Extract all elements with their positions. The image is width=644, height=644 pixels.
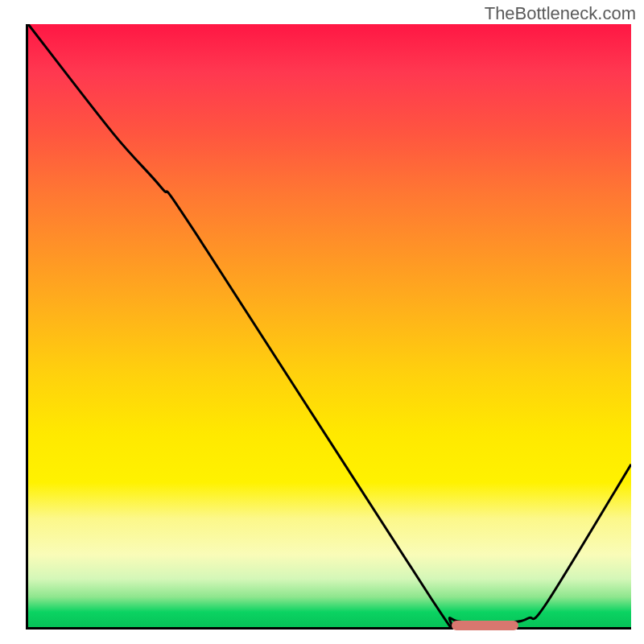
watermark-text: TheBottleneck.com (485, 3, 636, 24)
chart-container: TheBottleneck.com (0, 0, 644, 644)
bottleneck-curve (28, 24, 631, 627)
curve-svg (28, 24, 631, 627)
plot-area (26, 24, 631, 630)
optimal-zone-marker (452, 621, 518, 630)
